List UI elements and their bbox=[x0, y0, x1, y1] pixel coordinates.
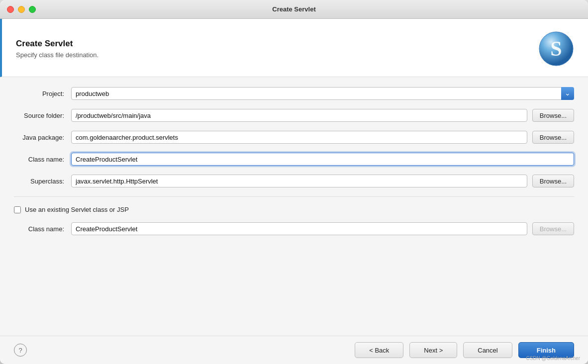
maximize-button[interactable] bbox=[29, 6, 36, 13]
minimize-button[interactable] bbox=[18, 6, 25, 13]
java-package-row: Java package: Browse... bbox=[14, 131, 574, 144]
superclass-row: Superclass: Browse... bbox=[14, 175, 574, 187]
project-label: Project: bbox=[14, 90, 71, 97]
project-control: productweb bbox=[71, 87, 574, 100]
source-folder-input[interactable] bbox=[71, 109, 527, 122]
header-text: Create Servlet Specify class file destin… bbox=[16, 39, 98, 59]
watermark: CSDN @GoldenaArcher bbox=[526, 356, 580, 361]
java-package-control: Browse... bbox=[71, 131, 574, 144]
back-button[interactable]: < Back bbox=[355, 342, 403, 358]
servlet-icon: S bbox=[538, 31, 574, 67]
source-folder-browse-button[interactable]: Browse... bbox=[532, 109, 574, 122]
titlebar: Create Servlet bbox=[0, 0, 588, 19]
window-title: Create Servlet bbox=[272, 5, 315, 13]
dialog-window: Create Servlet Create Servlet Specify cl… bbox=[0, 0, 588, 364]
superclass-input[interactable] bbox=[71, 175, 527, 187]
source-folder-label: Source folder: bbox=[14, 112, 71, 119]
class-name-control bbox=[71, 153, 574, 166]
next-button[interactable]: Next > bbox=[409, 342, 457, 358]
help-button[interactable]: ? bbox=[14, 344, 27, 357]
project-select[interactable]: productweb bbox=[71, 87, 574, 100]
existing-servlet-row: Use an existing Servlet class or JSP bbox=[14, 206, 574, 213]
existing-servlet-label: Use an existing Servlet class or JSP bbox=[25, 206, 129, 213]
divider bbox=[14, 196, 574, 197]
project-row: Project: productweb bbox=[14, 87, 574, 100]
source-folder-row: Source folder: Browse... bbox=[14, 109, 574, 122]
project-select-wrap: productweb bbox=[71, 87, 574, 100]
superclass-control: Browse... bbox=[71, 175, 574, 187]
dialog-header: Create Servlet Specify class file destin… bbox=[0, 19, 588, 77]
superclass-browse-button[interactable]: Browse... bbox=[532, 175, 574, 187]
traffic-lights bbox=[7, 6, 36, 13]
cancel-button[interactable]: Cancel bbox=[463, 342, 512, 358]
superclass-label: Superclass: bbox=[14, 178, 71, 185]
dialog-footer: ? < Back Next > Cancel Finish CSDN @Gold… bbox=[0, 336, 588, 364]
class-name2-control: Browse... bbox=[71, 222, 574, 235]
source-folder-control: Browse... bbox=[71, 109, 574, 122]
class-name-row: Class name: bbox=[14, 153, 574, 166]
class-name2-browse-button: Browse... bbox=[532, 222, 574, 235]
dialog-subtitle: Specify class file destination. bbox=[16, 51, 98, 59]
class-name2-input[interactable] bbox=[71, 222, 527, 235]
class-name-input[interactable] bbox=[71, 153, 574, 166]
class-name2-row: Class name: Browse... bbox=[14, 222, 574, 235]
java-package-label: Java package: bbox=[14, 134, 71, 141]
dialog-title: Create Servlet bbox=[16, 39, 98, 49]
class-name-label: Class name: bbox=[14, 156, 71, 163]
close-button[interactable] bbox=[7, 6, 14, 13]
dialog-body: Project: productweb Source folder: Brows… bbox=[0, 77, 588, 336]
svg-text:S: S bbox=[550, 37, 562, 60]
class-name2-label: Class name: bbox=[14, 225, 71, 233]
java-package-input[interactable] bbox=[71, 131, 527, 144]
existing-servlet-checkbox[interactable] bbox=[14, 206, 21, 213]
java-package-browse-button[interactable]: Browse... bbox=[532, 131, 574, 144]
